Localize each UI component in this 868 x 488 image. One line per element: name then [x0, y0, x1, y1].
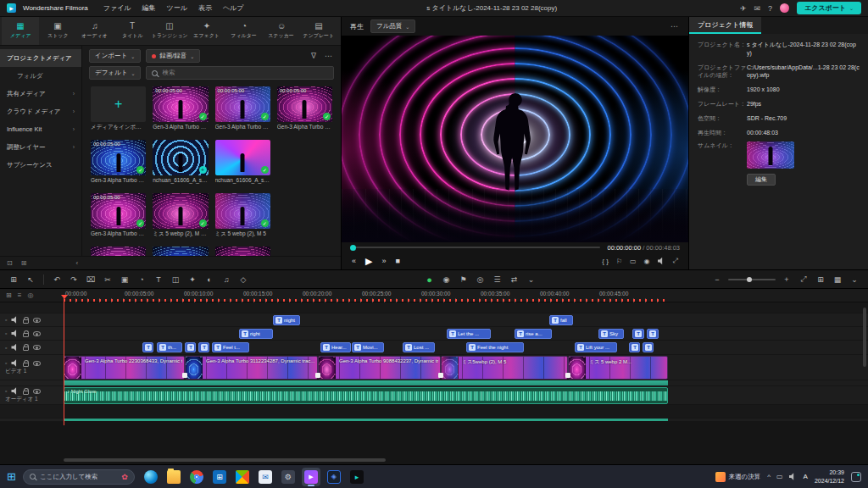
- taskbar-store[interactable]: [210, 468, 229, 486]
- tray-display-icon[interactable]: ▭: [776, 473, 783, 480]
- import-to-timeline-icon[interactable]: ⊞: [7, 273, 20, 286]
- mark-in-out-button[interactable]: { }: [602, 258, 609, 265]
- collapsed-clip[interactable]: [64, 419, 668, 421]
- delete-icon[interactable]: ⌧: [84, 273, 97, 286]
- sidebar-item-influence-kit[interactable]: Influence Kit›: [0, 120, 81, 138]
- media-item[interactable]: 00:00:05:00✓Gen-3 Alpha Turbo 40...: [91, 140, 146, 185]
- transition-marker[interactable]: [565, 373, 570, 378]
- share-icon[interactable]: ✈: [740, 4, 747, 13]
- sidebar-item-project-media[interactable]: プロジェクトメディア: [0, 49, 81, 67]
- preview-viewport[interactable]: [342, 36, 688, 242]
- title-clip[interactable]: Tfall: [549, 315, 573, 325]
- notification-icon[interactable]: ✉: [754, 4, 760, 13]
- import-dropdown[interactable]: インポート⌄: [89, 49, 141, 63]
- track-content[interactable]: TnightTfall: [64, 313, 868, 327]
- menubar-menu-0[interactable]: ファイル: [103, 3, 131, 13]
- add-track-icon[interactable]: ⊞: [6, 291, 12, 299]
- seek-bar[interactable]: [350, 247, 600, 248]
- mute-icon[interactable]: [11, 344, 19, 352]
- menubar-menu-3[interactable]: 表示: [198, 3, 212, 13]
- visibility-icon[interactable]: [33, 345, 41, 350]
- help-icon[interactable]: ?: [768, 4, 772, 13]
- sidebar-item-adjustment-layer[interactable]: 調整レイヤー›: [0, 138, 81, 156]
- split-icon[interactable]: ✂: [101, 273, 114, 286]
- title-clip[interactable]: TLet the ...: [447, 329, 491, 339]
- render-preview-icon[interactable]: ●: [423, 273, 437, 286]
- transition-marker[interactable]: [438, 373, 443, 378]
- audio-icon[interactable]: ♫: [220, 273, 233, 286]
- video-clip[interactable]: Gen-3 Alpha Turbo 2230368433, Dynamic tr…: [64, 356, 185, 380]
- previous-frame-button[interactable]: «: [352, 257, 356, 265]
- track-content[interactable]: [64, 419, 868, 422]
- marker-button[interactable]: ⚐: [616, 258, 622, 265]
- horizontal-scrollbar[interactable]: [64, 458, 386, 462]
- keyframe-icon[interactable]: ◇: [236, 273, 250, 286]
- effect-icon[interactable]: ✦: [186, 273, 199, 286]
- tab-titles[interactable]: Tタイトル: [114, 17, 151, 45]
- tab-transitions[interactable]: ◫トランジション: [151, 17, 188, 45]
- pointer-tool-icon[interactable]: ↖: [24, 273, 37, 286]
- title-clip[interactable]: TFeel the night: [466, 342, 524, 352]
- filter-funnel-icon[interactable]: ∇: [309, 52, 318, 60]
- visibility-icon[interactable]: [33, 318, 41, 323]
- title-clip[interactable]: Tright: [239, 329, 273, 339]
- preview-settings-icon[interactable]: ⋯: [669, 22, 680, 30]
- zoom-in-icon[interactable]: +: [780, 273, 793, 286]
- title-clip[interactable]: T: [142, 342, 153, 352]
- tab-stock[interactable]: ▣ストック: [39, 17, 76, 45]
- vertical-scrollbar[interactable]: [863, 308, 866, 367]
- start-button[interactable]: ⊞: [7, 471, 16, 482]
- edit-thumbnail-button[interactable]: 編集: [747, 174, 776, 186]
- title-clip[interactable]: TFeel t...: [212, 342, 249, 352]
- title-clip[interactable]: T: [643, 342, 654, 352]
- mixer-icon[interactable]: ☰: [491, 273, 504, 286]
- audio-clip[interactable]: ♪ Night Glow: [64, 387, 668, 404]
- track-manager-icon[interactable]: ⊞: [814, 273, 827, 286]
- title-clip[interactable]: T: [647, 329, 659, 339]
- redo-icon[interactable]: ↷: [67, 273, 81, 286]
- zoom-slider-knob[interactable]: [747, 277, 752, 282]
- playhead[interactable]: [64, 296, 64, 425]
- visibility-icon[interactable]: [33, 331, 41, 336]
- stop-button[interactable]: ■: [396, 257, 400, 265]
- fullscreen-button[interactable]: ⤢: [673, 257, 678, 265]
- mute-icon[interactable]: [11, 316, 19, 324]
- snapshot-button[interactable]: ◉: [644, 258, 650, 265]
- media-item[interactable]: ✓nchuan_61606_A_silho...: [215, 140, 270, 185]
- tab-templates[interactable]: ▤テンプレート: [300, 17, 337, 45]
- menubar-menu-4[interactable]: ヘルプ: [223, 3, 244, 13]
- media-item[interactable]: 00:00:05:00✓Gen-3 Alpha Turbo 12...: [91, 193, 146, 238]
- track-content[interactable]: [64, 380, 868, 386]
- collapse-icon[interactable]: ⌄: [848, 273, 861, 286]
- track-content[interactable]: Gen-3 Alpha Turbo 2230368433, Dynamic tr…: [64, 355, 868, 380]
- taskbar-player[interactable]: [348, 468, 366, 486]
- video-clip[interactable]: ミス 5 webp 2 M...: [568, 356, 668, 380]
- lock-icon[interactable]: [23, 363, 29, 367]
- media-item[interactable]: ✓ミス 5 webp (2), M 5: [215, 193, 270, 238]
- list-view-icon[interactable]: ⊞: [21, 259, 27, 267]
- voiceover-icon[interactable]: ◉: [440, 273, 453, 286]
- snap-icon[interactable]: ◎: [27, 291, 33, 299]
- media-item[interactable]: 00:00:05:00✓Gen-3 Alpha Turbo 22...: [215, 86, 270, 131]
- zoom-slider[interactable]: [728, 279, 776, 280]
- taskbar-chrome[interactable]: [187, 468, 206, 486]
- media-item[interactable]: 00:00:05:00✓Gen-3 Alpha Turbo 22...: [277, 86, 332, 131]
- panel-layout-icon[interactable]: ▦: [831, 273, 844, 286]
- media-item[interactable]: ✓: [91, 247, 146, 256]
- visibility-icon[interactable]: [33, 361, 41, 366]
- media-item[interactable]: ✓: [215, 247, 270, 256]
- toolbar-dropdown-icon[interactable]: ⌄: [525, 273, 538, 286]
- lock-icon[interactable]: [23, 391, 29, 395]
- display-button[interactable]: ▭: [630, 258, 637, 265]
- transition-icon[interactable]: ◫: [169, 273, 182, 286]
- media-item[interactable]: +nchuan_61606_A_silho...: [153, 140, 208, 185]
- widgets-button[interactable]: 来週の決算: [715, 472, 761, 482]
- video-clip[interactable]: Gen-3 Alpha Turbo 3112234287, Dynamic tr…: [185, 356, 318, 380]
- collapse-panel-icon[interactable]: ‹: [75, 259, 78, 267]
- media-search-input[interactable]: 検索: [146, 66, 334, 80]
- mute-icon[interactable]: [11, 387, 19, 395]
- sidebar-item-folder[interactable]: フォルダ: [0, 67, 81, 85]
- ime-indicator[interactable]: A: [804, 473, 808, 480]
- play-menu[interactable]: 再生: [350, 22, 364, 31]
- mute-icon[interactable]: [11, 330, 19, 337]
